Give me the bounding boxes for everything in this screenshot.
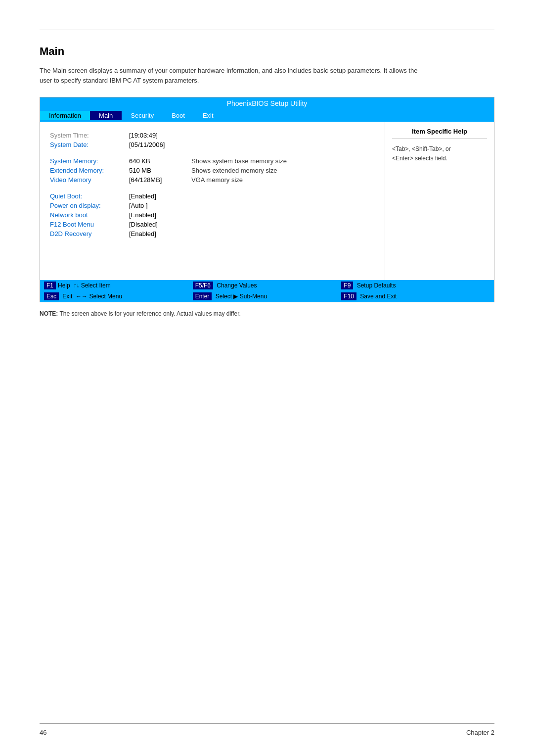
status-segment-f1: F1 Help ↑↓ Select Item	[44, 282, 193, 289]
page-wrapper: Main The Main screen displays a summary …	[0, 0, 534, 756]
status-lr-arrow: ←→	[76, 293, 89, 300]
f12-boot-menu-value[interactable]: [Disabled]	[129, 221, 183, 228]
nav-item-boot[interactable]: Boot	[163, 111, 194, 120]
key-esc: Esc	[44, 292, 59, 300]
nav-item-information[interactable]: Information	[40, 111, 90, 120]
d2d-recovery-value[interactable]: [Enabled]	[129, 230, 183, 237]
system-time-value[interactable]: [19:03:49]	[129, 132, 183, 139]
table-row: Quiet Boot: [Enabled]	[50, 192, 375, 200]
key-f1: F1	[44, 282, 56, 289]
bios-status-bar-1: F1 Help ↑↓ Select Item F5/F6 Change Valu…	[40, 280, 494, 291]
f12-boot-menu-label: F12 Boot Menu	[50, 221, 129, 228]
status-select-submenu: Select ▶ Sub-Menu	[214, 293, 270, 300]
network-boot-value[interactable]: [Enabled]	[129, 211, 183, 219]
page-footer: 46 Chapter 2	[40, 723, 494, 736]
network-boot-label: Network boot	[50, 211, 129, 219]
table-row: Network boot [Enabled]	[50, 211, 375, 219]
table-row: System Date: [05/11/2006]	[50, 141, 375, 148]
table-row: System Memory: 640 KB Shows system base …	[50, 157, 375, 165]
key-f10: F10	[341, 292, 356, 300]
table-row: Video Memory [64/128MB] VGA memory size	[50, 176, 375, 184]
system-date-value[interactable]: [05/11/2006]	[129, 141, 183, 148]
table-row: Power on display: [Auto ]	[50, 202, 375, 209]
power-on-display-value[interactable]: [Auto ]	[129, 202, 183, 209]
bios-status-bar-2: Esc Exit ←→ Select Menu Enter Select ▶ S…	[40, 291, 494, 302]
extended-memory-label: Extended Memory:	[50, 167, 129, 174]
help-line-2: <Enter> selects field.	[392, 155, 447, 162]
spacer	[50, 150, 375, 157]
system-time-label: System Time:	[50, 132, 129, 139]
status-segment-enter: Enter Select ▶ Sub-Menu	[193, 292, 342, 300]
status-save-exit: Save and Exit	[358, 293, 397, 300]
footer-chapter: Chapter 2	[466, 729, 494, 736]
bios-main-area: System Time: [19:03:49] System Date: [05…	[40, 122, 494, 280]
status-segment-f10: F10 Save and Exit	[341, 292, 490, 300]
nav-item-exit[interactable]: Exit	[194, 111, 222, 120]
d2d-recovery-label: D2D Recovery	[50, 230, 129, 237]
status-segment-esc: Esc Exit ←→ Select Menu	[44, 292, 193, 300]
status-change-values: Change Values	[215, 282, 262, 289]
bios-right-panel: Item Specific Help <Tab>, <Shift-Tab>, o…	[385, 122, 494, 280]
status-select-item: Select Item	[81, 282, 116, 289]
table-row: F12 Boot Menu [Disabled]	[50, 221, 375, 228]
nav-item-main[interactable]: Main	[90, 111, 122, 120]
key-f5f6: F5/F6	[193, 282, 213, 289]
status-select-menu: Select Menu	[89, 293, 125, 300]
table-row: D2D Recovery [Enabled]	[50, 230, 375, 237]
quiet-boot-value[interactable]: [Enabled]	[129, 192, 183, 200]
status-exit: Exit	[61, 293, 76, 300]
help-line-1: <Tab>, <Shift-Tab>, or	[392, 145, 451, 152]
note-text: NOTE: The screen above is for your refer…	[40, 310, 494, 317]
key-f9: F9	[341, 282, 353, 289]
bios-left-panel: System Time: [19:03:49] System Date: [05…	[40, 122, 385, 280]
bios-nav-bar: Information Main Security Boot Exit	[40, 109, 494, 122]
top-border	[40, 30, 494, 30]
status-segment-f5f6: F5/F6 Change Values	[193, 282, 342, 289]
power-on-display-label: Power on display:	[50, 202, 129, 209]
page-description: The Main screen displays a summary of yo…	[40, 66, 425, 85]
extended-memory-desc: Shows extended memory size	[191, 167, 277, 174]
extended-memory-value: 510 MB	[129, 167, 183, 174]
table-row: Extended Memory: 510 MB Shows extended m…	[50, 167, 375, 174]
quiet-boot-label: Quiet Boot:	[50, 192, 129, 200]
system-memory-desc: Shows system base memory size	[191, 157, 287, 165]
note-bold: NOTE:	[40, 310, 58, 317]
help-title: Item Specific Help	[392, 128, 487, 139]
system-date-label: System Date:	[50, 141, 129, 148]
video-memory-desc: VGA memory size	[191, 176, 243, 184]
bios-title-bar: PhoenixBIOS Setup Utility	[40, 97, 494, 109]
status-updown-arrow: ↑↓	[73, 282, 81, 289]
note-content: The screen above is for your reference o…	[59, 310, 240, 317]
footer-page-number: 46	[40, 729, 46, 736]
key-enter: Enter	[193, 292, 212, 300]
status-segment-f9: F9 Setup Defaults	[341, 282, 490, 289]
bios-container: PhoenixBIOS Setup Utility Information Ma…	[40, 97, 494, 302]
page-title: Main	[40, 45, 494, 58]
system-memory-label: System Memory:	[50, 157, 129, 165]
spacer	[50, 186, 375, 192]
nav-item-security[interactable]: Security	[122, 111, 163, 120]
help-text: <Tab>, <Shift-Tab>, or <Enter> selects f…	[392, 144, 487, 163]
video-memory-value[interactable]: [64/128MB]	[129, 176, 183, 184]
status-help: Help	[58, 282, 73, 289]
video-memory-label: Video Memory	[50, 176, 129, 184]
system-memory-value: 640 KB	[129, 157, 183, 165]
table-row: System Time: [19:03:49]	[50, 132, 375, 139]
status-setup-defaults: Setup Defaults	[355, 282, 396, 289]
